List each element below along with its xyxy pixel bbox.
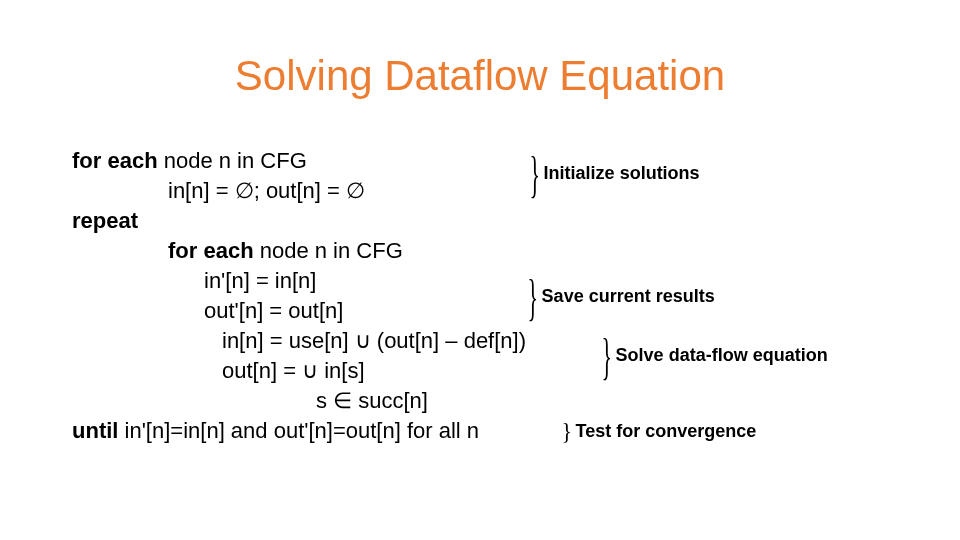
- annotation-solve: } Solve data-flow equation: [602, 344, 828, 366]
- algo-line-3: repeat: [72, 206, 892, 236]
- right-brace-icon: }: [602, 328, 613, 383]
- algo-line-4: for each node n in CFG: [168, 236, 892, 266]
- right-brace-icon: }: [528, 269, 539, 324]
- annotation-save: } Save current results: [528, 285, 715, 307]
- algo-line-1: for each node n in CFG: [72, 146, 892, 176]
- annotation-initialize: } Initialize solutions: [530, 162, 700, 184]
- annotation-convergence: } Test for convergence: [562, 420, 756, 442]
- algo-line-9: s ∈ succ[n]: [316, 386, 892, 416]
- right-brace-icon: }: [530, 146, 541, 201]
- slide-title: Solving Dataflow Equation: [0, 52, 960, 100]
- right-brace-icon: }: [562, 418, 573, 444]
- algorithm-text: for each node n in CFG in[n] = ∅; out[n]…: [72, 146, 892, 446]
- algo-line-10: until in'[n]=in[n] and out'[n]=out[n] fo…: [72, 416, 892, 446]
